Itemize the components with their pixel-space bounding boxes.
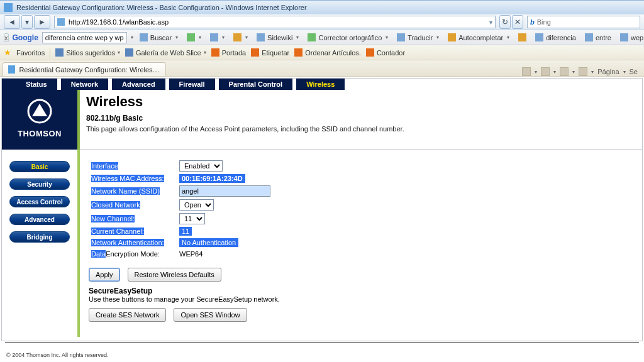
page-subtitle: 802.11b/g Basic xyxy=(86,114,636,123)
mail-icon[interactable] xyxy=(560,67,569,76)
label-network-auth: Network Authentication: xyxy=(91,239,164,246)
subnav-basic[interactable]: Basic xyxy=(9,161,70,172)
value-data-encryption: WEP64 xyxy=(179,250,203,258)
create-ses-button[interactable]: Create SES Network xyxy=(89,308,166,322)
google-kw-entre[interactable]: entre xyxy=(582,33,614,41)
ses-heading: SecureEasySetup xyxy=(89,287,633,295)
value-mac: 00:1E:69:1A:23:4D xyxy=(179,174,245,183)
subnav-advanced[interactable]: Advanced xyxy=(9,214,70,225)
window-title: Residential Gateway Configuration: Wirel… xyxy=(16,4,307,11)
label-closed-network: Closed Network xyxy=(91,201,140,209)
wireless-basic-form: Interface Enabled Wireless MAC Address: … xyxy=(80,150,642,337)
browser-navbar: ◄ ▾ ► ▾ ↻ ✕ b xyxy=(0,14,644,30)
google-sidewiki-button[interactable]: Sidewiki▾ xyxy=(254,33,301,41)
nav-wireless[interactable]: Wireless xyxy=(296,79,345,90)
favorites-bar: ★ Favoritos Sitios sugeridos▾ Galería de… xyxy=(0,45,644,60)
tab-favicon xyxy=(8,65,15,74)
seguridad-menu[interactable]: Se xyxy=(630,68,638,75)
address-bar[interactable]: ▾ xyxy=(54,16,496,28)
value-current-channel: 11 xyxy=(179,227,192,236)
pagina-menu[interactable]: Página xyxy=(597,68,619,75)
label-new-channel: New Channel: xyxy=(91,215,135,222)
tab-label: Residential Gateway Configuration: Wirel… xyxy=(19,66,160,74)
subnav-access-control[interactable]: Access Control xyxy=(9,196,70,207)
value-network-auth: No Authentication xyxy=(179,238,238,247)
router-top-nav: Status Network Advanced Firewall Parenta… xyxy=(2,79,642,90)
subnav-bridging[interactable]: Bridging xyxy=(9,231,70,243)
google-corrector-button[interactable]: Corrector ortográfico▾ xyxy=(305,33,391,41)
input-ssid[interactable] xyxy=(179,185,270,197)
nav-network[interactable]: Network xyxy=(61,79,108,90)
nav-status[interactable]: Status xyxy=(16,79,57,90)
nav-parental-control[interactable]: Parental Control xyxy=(219,79,293,90)
refresh-button[interactable]: ↻ xyxy=(499,15,511,29)
print-icon[interactable] xyxy=(579,67,587,76)
google-highlight-button[interactable] xyxy=(516,33,529,41)
label-mac: Wireless MAC Address: xyxy=(91,175,164,182)
nav-advanced[interactable]: Advanced xyxy=(112,79,165,90)
address-dropdown-icon[interactable]: ▾ xyxy=(489,19,492,26)
google-share-button[interactable]: ▾ xyxy=(184,33,204,41)
subnav-security[interactable]: Security xyxy=(9,178,70,190)
page-title: Wireless xyxy=(86,94,636,110)
home-icon[interactable] xyxy=(522,67,531,76)
favorites-star-icon[interactable]: ★ xyxy=(4,48,11,57)
google-toolbar-logo: Google xyxy=(13,33,38,42)
svg-marker-1 xyxy=(32,104,47,116)
browser-tab-strip: Residential Gateway Configuration: Wirel… xyxy=(0,60,644,77)
stop-button[interactable]: ✕ xyxy=(512,15,523,29)
browser-favicon xyxy=(4,3,13,12)
favorites-ordenar-articulos[interactable]: Ordenar Artículos. xyxy=(294,48,361,57)
search-engine-icon: b xyxy=(530,18,535,26)
open-ses-button[interactable]: Open SES Window xyxy=(174,308,247,322)
favorites-etiquetar[interactable]: Etiquetar xyxy=(251,48,289,57)
google-autocompletar-button[interactable]: Autocompletar▾ xyxy=(445,33,512,41)
thomson-logo-icon xyxy=(27,99,52,124)
brand-box: THOMSON xyxy=(2,90,77,150)
label-interface: Interface xyxy=(91,162,118,170)
google-search-dropdown-icon[interactable]: ▾ xyxy=(131,35,133,40)
footer-copyright: © 2004 Thomson Inc. All rights reserved. xyxy=(0,343,644,362)
back-button[interactable]: ◄ xyxy=(4,15,20,29)
page-viewport: Status Network Advanced Firewall Parenta… xyxy=(0,77,644,362)
favorites-galeria-web-slice[interactable]: Galería de Web Slice▾ xyxy=(125,48,206,57)
site-favicon xyxy=(57,18,65,26)
select-new-channel[interactable]: 11 xyxy=(179,213,205,224)
rss-icon[interactable] xyxy=(541,67,550,76)
forward-button[interactable]: ► xyxy=(34,15,50,29)
browser-command-bar: ▾ ▾ ▾ ▾ Página▾ Se xyxy=(522,67,641,76)
google-toolbar: x Google ▾ Buscar▾ ▾ ▾ ▾ Sidewiki▾ Corre… xyxy=(0,30,644,45)
favorites-sitios-sugeridos[interactable]: Sitios sugeridos▾ xyxy=(55,48,120,57)
google-bookmark-button[interactable]: ▾ xyxy=(208,33,227,41)
favorites-label[interactable]: Favoritos xyxy=(16,49,45,57)
brand-name: THOMSON xyxy=(4,129,75,138)
google-buscar-button[interactable]: Buscar▾ xyxy=(137,33,180,41)
toolbar-close-icon[interactable]: x xyxy=(4,33,9,42)
label-data-encryption: DataEncryption Mode: xyxy=(89,249,177,259)
wireless-subnav: Basic Security Access Control Advanced B… xyxy=(2,150,77,337)
google-toolbar-search-input[interactable] xyxy=(42,32,127,43)
browser-search-box[interactable]: b xyxy=(527,16,640,28)
ses-description: Use these buttons to manage your SecureE… xyxy=(89,295,633,303)
google-kw-wep[interactable]: wep xyxy=(618,33,644,41)
apply-button[interactable]: Apply xyxy=(89,268,120,282)
browser-tab-active[interactable]: Residential Gateway Configuration: Wirel… xyxy=(3,62,166,76)
label-ssid: Network Name (SSID) xyxy=(91,187,160,195)
url-input[interactable] xyxy=(69,18,486,26)
select-closed-network[interactable]: Open xyxy=(179,199,214,211)
google-kw-diferencia[interactable]: diferencia xyxy=(533,33,579,41)
page-description: This page allows configuration of the Ac… xyxy=(86,125,636,133)
back-history-dropdown[interactable]: ▾ xyxy=(21,15,33,29)
window-titlebar: Residential Gateway Configuration: Wirel… xyxy=(0,0,644,14)
restore-defaults-button[interactable]: Restore Wireless Defaults xyxy=(128,268,221,282)
select-interface[interactable]: Enabled xyxy=(179,160,223,172)
favorites-portada[interactable]: Portada xyxy=(211,48,247,57)
google-traducir-button[interactable]: Traducir▾ xyxy=(394,33,441,41)
label-current-channel: Current Channel: xyxy=(91,228,144,235)
nav-firewall[interactable]: Firewall xyxy=(169,79,215,90)
favorites-separator xyxy=(50,48,50,58)
page-headings: Wireless 802.11b/g Basic This page allow… xyxy=(80,90,642,150)
google-popup-button[interactable]: ▾ xyxy=(231,33,250,41)
favorites-contador[interactable]: Contador xyxy=(366,48,405,57)
search-input[interactable] xyxy=(537,18,637,26)
